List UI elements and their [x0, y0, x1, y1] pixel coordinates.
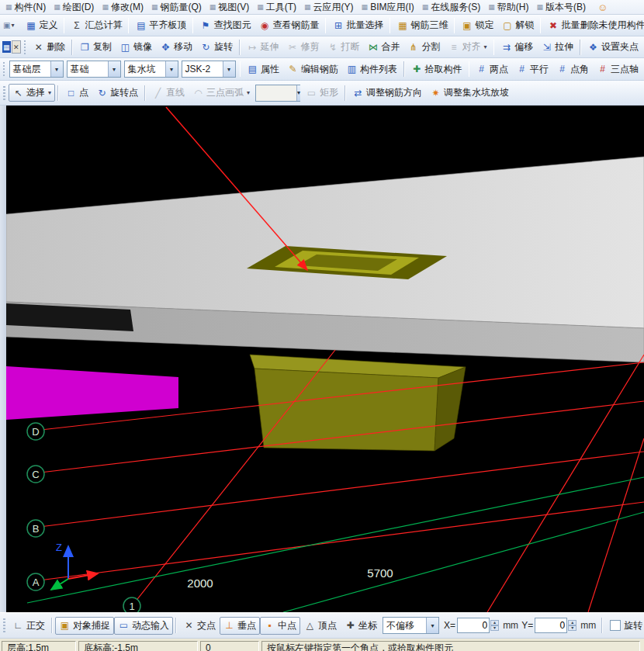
menu-item-bim-app[interactable]: ▦BIM应用(I): [358, 0, 418, 14]
line-icon: ╱: [152, 88, 164, 99]
adjust-rebar-direction-button[interactable]: ⇄调整钢筋方向: [348, 84, 426, 102]
toolbar-grip[interactable]: [3, 86, 5, 100]
menu-item-draw[interactable]: ▦绘图(D): [50, 0, 98, 14]
two-point-axis-button[interactable]: #两点: [472, 61, 512, 78]
slab-top-face[interactable]: [6, 157, 644, 328]
vertex-snap-button[interactable]: △顶点: [300, 617, 341, 635]
panel-icon: ▦: [2, 41, 11, 53]
separator: [345, 85, 346, 101]
offset-combo[interactable]: 不偏移▾: [383, 617, 439, 634]
magenta-pit[interactable]: [6, 366, 178, 420]
split-label: 分割: [422, 40, 441, 54]
select-button[interactable]: ↖选择▾: [9, 84, 55, 102]
adjust-pit-slope-button[interactable]: ✷调整集水坑放坡: [426, 84, 513, 102]
extend-button[interactable]: ↦延伸: [243, 38, 283, 56]
menu-item-online-service[interactable]: ▦在线服务(S): [418, 0, 485, 14]
floor-combo[interactable]: 基础层▾: [9, 61, 64, 78]
y-coordinate-input[interactable]: [535, 618, 567, 633]
dynamic-input-button[interactable]: ▭动态输入: [114, 617, 173, 635]
coordinate-snap-button[interactable]: ✚坐标: [341, 617, 381, 635]
menu-item-component[interactable]: ▦构件(N): [2, 0, 50, 14]
toolbar-overflow-button[interactable]: ▣▾: [2, 20, 16, 30]
batch-select-button[interactable]: ⊞批量选择: [328, 16, 387, 34]
summary-calc-button[interactable]: Σ汇总计算: [67, 16, 126, 34]
separator: [469, 61, 470, 77]
dynamic-input-icon: ▭: [118, 620, 130, 631]
parallel-axis-button[interactable]: #平行: [512, 61, 552, 78]
menu-item-view[interactable]: ▦视图(V): [206, 0, 254, 14]
component-list-button[interactable]: ▥构件列表: [342, 61, 401, 78]
menu-item-help[interactable]: ▦帮助(H): [484, 0, 532, 14]
define-button[interactable]: ▦定义: [21, 16, 61, 34]
context-toolbar: 基础层▾ 基础▾ 集水坑▾ JSK-2▾ ▤属性 ✎编辑钢筋 ▥构件列表 ✚拾取…: [0, 58, 644, 81]
toolbar-grip[interactable]: [24, 40, 26, 54]
rotate-point-button[interactable]: ↻旋转点: [92, 84, 142, 102]
pit-body-front[interactable]: [254, 369, 438, 451]
viewport-canvas[interactable]: D C B A 1 2000 5700 Z: [6, 106, 644, 612]
spin-down-icon[interactable]: ▾: [490, 625, 499, 631]
batch-delete-unused-button[interactable]: ✖批量删除未使用构件: [543, 16, 644, 34]
spin-up-icon[interactable]: ▴: [568, 620, 576, 625]
close-icon[interactable]: ✕: [12, 40, 22, 54]
arc-type-combo[interactable]: ▾: [255, 85, 300, 102]
element-type-combo[interactable]: 基础▾: [67, 61, 121, 78]
rotate-button[interactable]: ↻旋转: [196, 38, 237, 56]
pit-body-side[interactable]: [435, 367, 466, 451]
view-rebar-qty-button[interactable]: ◉查看钢筋量: [254, 16, 323, 34]
x-coordinate-input[interactable]: [457, 618, 490, 633]
mirror-button[interactable]: ◫镜像: [116, 38, 156, 56]
set-grip-button[interactable]: ❖设置夹点: [583, 38, 642, 56]
menu-item-cloud-app[interactable]: ▦云应用(Y): [300, 0, 358, 14]
copy-button[interactable]: ❐复制: [75, 38, 116, 56]
menu-item-modify[interactable]: ▦修改(M): [98, 0, 147, 14]
find-element-button[interactable]: ⚑查找图元: [196, 16, 254, 34]
three-point-arc-button[interactable]: ◠三点画弧▾: [189, 84, 254, 102]
offset-button[interactable]: ⇉偏移: [497, 38, 537, 56]
align-slab-top-button[interactable]: ▤平齐板顶: [131, 16, 190, 34]
left-splitter[interactable]: [0, 106, 6, 612]
point-button[interactable]: □点: [61, 84, 92, 102]
line-button[interactable]: ╱直线: [148, 84, 189, 102]
menu-item-icon: ▦: [5, 3, 12, 11]
rebar-3d-button[interactable]: ▦钢筋三维: [393, 16, 452, 34]
component-name-combo[interactable]: JSK-2▾: [182, 61, 236, 78]
x-spinner[interactable]: ▴▾: [490, 620, 499, 631]
unlock-button[interactable]: ▢解锁: [497, 16, 538, 34]
point-angle-axis-button[interactable]: #点角: [552, 61, 593, 78]
align-button[interactable]: ≡对齐▾: [445, 38, 491, 56]
pick-component-button[interactable]: ✚拾取构件: [407, 61, 466, 78]
ortho-button[interactable]: ∟正交: [9, 617, 49, 635]
break-button[interactable]: ↯打断: [324, 38, 364, 56]
object-snap-button[interactable]: ▣对象捕捉: [55, 617, 114, 635]
edit-rebar-button[interactable]: ✎编辑钢筋: [283, 61, 342, 78]
lock-button[interactable]: ▣锁定: [457, 16, 497, 34]
ortho-label: 正交: [26, 619, 45, 632]
intersection-snap-button[interactable]: ✕交点: [179, 617, 220, 635]
split-button[interactable]: ⋔分割: [404, 38, 445, 56]
toolbar-grip[interactable]: [3, 62, 5, 76]
properties-button[interactable]: ▤属性: [243, 61, 283, 78]
spin-up-icon[interactable]: ▴: [490, 620, 499, 625]
midpoint-snap-button[interactable]: ▪中点: [260, 617, 300, 635]
toolbar-grip[interactable]: [3, 618, 5, 632]
menu-item-version[interactable]: ▦版本号(B): [533, 0, 590, 14]
menu-item-tools[interactable]: ▦工具(T): [253, 0, 300, 14]
rotate-checkbox[interactable]: [610, 620, 621, 631]
spin-down-icon[interactable]: ▾: [568, 625, 576, 631]
break-label: 打断: [341, 40, 360, 54]
component-name-combo-value: JSK-2: [182, 64, 223, 74]
y-spinner[interactable]: ▴▾: [568, 620, 576, 631]
stretch-button[interactable]: ⇲拉伸: [537, 38, 577, 56]
menu-item-rebar-qty[interactable]: ▦钢筋量(Q): [147, 0, 206, 14]
delete-button[interactable]: ✕删除: [29, 38, 69, 56]
rectangle-button[interactable]: ▭矩形: [302, 84, 342, 102]
chevron-down-icon: ▾: [484, 43, 487, 50]
three-point-axis-button[interactable]: #三点轴: [593, 61, 642, 78]
menu-item-icon: ▦: [362, 3, 369, 11]
perpendicular-snap-button[interactable]: ⊥垂点: [220, 617, 260, 635]
menu-bar: ▦构件(N) ▦绘图(D) ▦修改(M) ▦钢筋量(Q) ▦视图(V) ▦工具(…: [0, 0, 644, 15]
trim-button[interactable]: ✂修剪: [283, 38, 324, 56]
merge-button[interactable]: ⋈合并: [364, 38, 404, 56]
component-category-combo[interactable]: 集水坑▾: [124, 61, 178, 78]
move-button[interactable]: ✥移动: [156, 38, 196, 56]
